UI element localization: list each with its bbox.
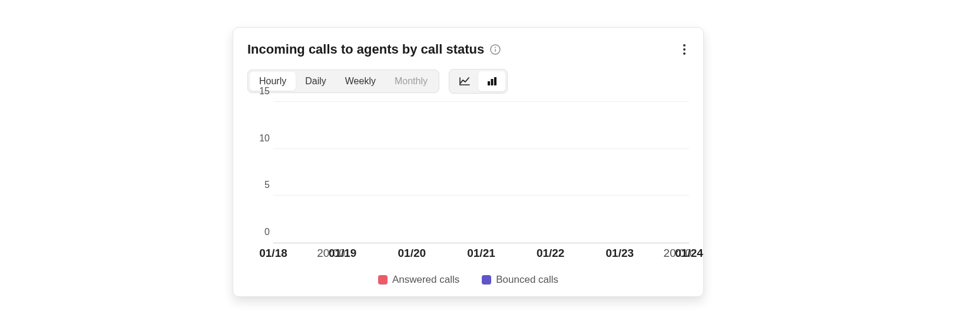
bar-chart-button[interactable]: [478, 71, 505, 91]
more-menu-button[interactable]: [680, 41, 689, 58]
plot-area: 0 5 10 15: [273, 102, 689, 243]
ytick-5: 5: [250, 180, 270, 190]
ytick-0: 0: [250, 227, 270, 237]
svg-rect-2: [495, 49, 496, 52]
x-axis: 01/1820:0001/1901/2001/2101/2201/2320:00…: [273, 247, 689, 263]
card-header: Incoming calls to agents by call status: [247, 41, 689, 58]
svg-point-1: [495, 47, 496, 48]
range-daily[interactable]: Daily: [296, 72, 336, 91]
bars-layer: [273, 102, 689, 243]
xtick: 01/20: [398, 247, 426, 260]
chart-area: 0 5 10 15: [247, 102, 689, 243]
range-selector: Hourly Daily Weekly Monthly: [247, 70, 439, 93]
legend-answered-label: Answered calls: [392, 274, 459, 286]
xtick: 01/22: [537, 247, 565, 260]
ytick-15: 15: [250, 86, 270, 97]
legend: Answered calls Bounced calls: [247, 274, 689, 286]
card-title: Incoming calls to agents by call status: [247, 42, 484, 57]
controls-row: Hourly Daily Weekly Monthly: [247, 69, 689, 94]
ytick-10: 10: [250, 133, 270, 144]
swatch-answered: [378, 275, 388, 285]
legend-answered[interactable]: Answered calls: [378, 274, 459, 286]
xtick: 01/18: [259, 247, 287, 260]
legend-bounced[interactable]: Bounced calls: [482, 274, 558, 286]
range-monthly: Monthly: [385, 72, 437, 91]
chart-card: Incoming calls to agents by call status …: [233, 27, 704, 297]
viz-selector: [449, 69, 508, 94]
xtick: 01/23: [606, 247, 634, 260]
xtick: 01/24: [675, 247, 703, 260]
info-icon[interactable]: [490, 44, 501, 55]
swatch-bounced: [482, 275, 491, 285]
xtick: 01/19: [329, 247, 357, 260]
legend-bounced-label: Bounced calls: [496, 274, 558, 286]
range-weekly[interactable]: Weekly: [336, 72, 385, 91]
svg-rect-3: [488, 81, 490, 85]
svg-rect-5: [494, 77, 496, 85]
line-chart-button[interactable]: [451, 71, 478, 91]
svg-rect-4: [491, 79, 494, 85]
title-wrap: Incoming calls to agents by call status: [247, 42, 501, 57]
xtick: 01/21: [467, 247, 495, 260]
